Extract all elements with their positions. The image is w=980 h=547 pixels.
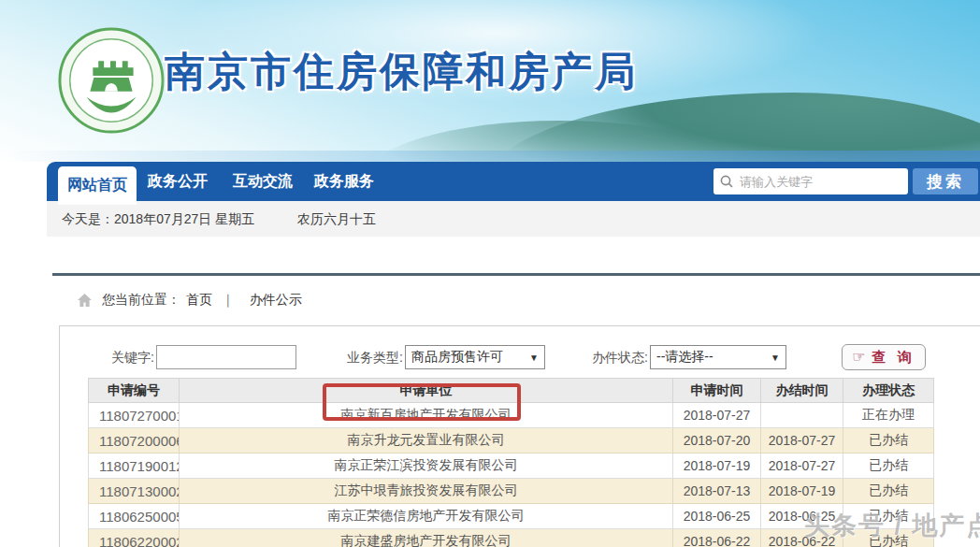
table-row: 118071300029 江苏中垠青旅投资发展有限公司 2018-07-13 2…	[89, 479, 934, 504]
biz-type-label: 业务类型:	[347, 345, 403, 369]
applicant: 南京建盛房地产开发有限公司	[180, 529, 673, 547]
applicant: 南京正荣德信房地产开发有限公司	[180, 504, 673, 529]
tab-home[interactable]: 网站首页	[58, 166, 137, 205]
breadcrumb: 您当前位置： 首页 ｜ 办件公示	[77, 290, 302, 310]
col-header-status: 办理状态	[843, 379, 934, 403]
apply-date: 2018-06-25	[673, 504, 761, 529]
apply-id: 118071900124	[89, 453, 180, 479]
breadcrumb-home-link[interactable]: 首页	[186, 292, 212, 309]
finish-date: 2018-07-27	[761, 453, 843, 479]
today-date: 今天是：2018年07月27日 星期五	[62, 211, 254, 226]
page: 南京市住房保障和房产局 网站首页 政务公开 互动交流 政务服务 搜索 今天是：2…	[0, 0, 980, 547]
applicant: 南京正荣江滨投资发展有限公司	[180, 453, 673, 479]
header-banner: 南京市住房保障和房产局	[0, 0, 980, 162]
search-input[interactable]	[740, 175, 889, 189]
section-divider	[52, 273, 980, 276]
status: 正在办理	[843, 403, 934, 428]
keyword-label: 关键字:	[111, 345, 154, 369]
tab-gov-disclosure[interactable]: 政务公开	[145, 162, 210, 201]
date-bar: 今天是：2018年07月27日 星期五 农历六月十五	[47, 201, 980, 237]
table-row: 118072000067 南京升龙元发置业有限公司 2018-07-20 201…	[89, 428, 934, 453]
status-label: 办件状态:	[592, 345, 648, 369]
search-button[interactable]: 搜索	[913, 168, 978, 194]
lunar-date: 农历六月十五	[297, 211, 376, 226]
chevron-down-icon: ▼	[771, 353, 780, 363]
table-header-row: 申请编号 申请单位 申请时间 办结时间 办理状态	[89, 379, 934, 403]
tab-interaction[interactable]: 互动交流	[230, 162, 295, 201]
apply-date: 2018-06-22	[673, 529, 761, 547]
breadcrumb-current: 办件公示	[250, 292, 302, 309]
site-title: 南京市住房保障和房产局	[165, 45, 638, 99]
chevron-down-icon: ▼	[529, 353, 539, 363]
status: 已办结	[843, 479, 934, 504]
finish-date: 2018-07-19	[761, 479, 843, 504]
apply-date: 2018-07-19	[673, 453, 761, 479]
table-row: 118071900124 南京正荣江滨投资发展有限公司 2018-07-19 2…	[89, 453, 934, 479]
status-value: --请选择--	[656, 349, 713, 366]
main-navbar: 网站首页 政务公开 互动交流 政务服务 搜索	[47, 162, 980, 201]
apply-date: 2018-07-20	[673, 428, 761, 453]
apply-id: 118072000067	[89, 428, 180, 453]
pointer-hand-icon: ☞	[852, 350, 865, 365]
col-header-apply-id: 申请编号	[89, 379, 180, 403]
tab-gov-services[interactable]: 政务服务	[311, 162, 377, 201]
col-header-apply-date: 申请时间	[673, 379, 761, 403]
status-select[interactable]: --请选择-- ▼	[650, 345, 786, 369]
home-icon	[77, 293, 93, 308]
col-header-applicant: 申请单位	[180, 379, 673, 403]
applicant: 江苏中垠青旅投资发展有限公司	[180, 479, 673, 504]
apply-id: 118062200023	[89, 529, 180, 547]
applicant: 南京新百房地产开发有限公司	[180, 403, 673, 428]
finish-date	[761, 403, 843, 428]
bureau-seal-icon	[56, 25, 166, 136]
watermark: 头条号 / 地产点评	[804, 509, 980, 542]
apply-id: 118071300029	[89, 479, 180, 504]
biz-type-value: 商品房预售许可	[411, 349, 503, 366]
finish-date: 2018-07-27	[761, 428, 843, 453]
water-decoration	[0, 151, 980, 162]
status: 已办结	[843, 453, 934, 479]
query-button[interactable]: ☞ 查 询	[842, 344, 926, 370]
apply-date: 2018-07-13	[673, 479, 761, 504]
query-button-label: 查 询	[872, 349, 915, 367]
apply-id: 118072700017	[89, 403, 180, 428]
breadcrumb-prefix: 您当前位置：	[102, 292, 180, 309]
apply-id: 118062500056	[89, 504, 180, 529]
apply-date: 2018-07-27	[673, 403, 761, 428]
status: 已办结	[843, 428, 934, 453]
filter-row: 关键字: 业务类型: 商品房预售许可 ▼ 办件状态: --请选择-- ▼ ☞ 查…	[60, 326, 980, 375]
col-header-finish-date: 办结时间	[761, 379, 843, 403]
applicant: 南京升龙元发置业有限公司	[180, 428, 673, 453]
keyword-input[interactable]	[156, 345, 296, 369]
search-box[interactable]	[713, 168, 908, 194]
search-icon	[719, 174, 734, 189]
biz-type-select[interactable]: 商品房预售许可 ▼	[405, 345, 545, 369]
breadcrumb-separator: ｜	[222, 292, 235, 309]
table-row: 118072700017 南京新百房地产开发有限公司 2018-07-27 正在…	[89, 403, 934, 428]
